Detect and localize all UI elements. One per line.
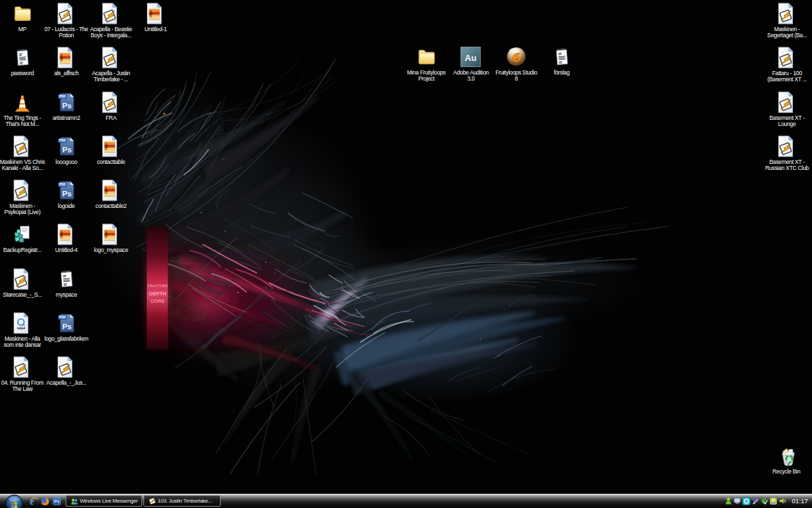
svg-text:CORE: CORE	[150, 298, 165, 304]
svg-text:FRACTURE: FRACTURE	[148, 284, 168, 288]
svg-text:DEPTH: DEPTH	[149, 291, 166, 297]
